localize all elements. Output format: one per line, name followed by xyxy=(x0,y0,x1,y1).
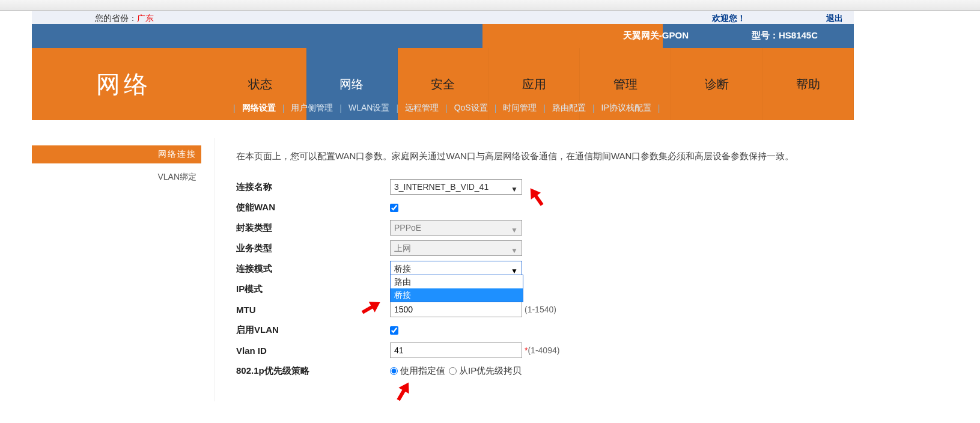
row-cutoff xyxy=(236,381,847,401)
submenu-sep: | xyxy=(233,103,236,113)
sidebar-item-vlan-binding[interactable]: VLAN绑定 xyxy=(32,167,201,187)
input-mtu[interactable] xyxy=(390,302,522,317)
submenu-time[interactable]: 时间管理 xyxy=(503,103,537,114)
select-service-type-value: 上网 xyxy=(394,243,411,253)
row-enable-vlan: 启用VLAN xyxy=(236,320,847,340)
submenu-sep: | xyxy=(445,103,448,113)
checkbox-enable-wan[interactable] xyxy=(390,204,398,212)
option-route[interactable]: 路由 xyxy=(391,275,523,288)
section-title: 网络 xyxy=(32,48,215,120)
submenu-user-side[interactable]: 用户侧管理 xyxy=(291,103,333,114)
chevron-down-icon: ▼ xyxy=(511,182,518,196)
label-conn-name: 连接名称 xyxy=(236,181,390,193)
row-conn-name: 连接名称 3_INTERNET_B_VID_41 ▼ xyxy=(236,177,847,197)
welcome-text: 欢迎您！ xyxy=(712,13,746,24)
province-label: 您的省份： xyxy=(95,13,137,23)
submenu-wlan[interactable]: WLAN设置 xyxy=(348,103,389,114)
logout-link[interactable]: 退出 xyxy=(826,13,843,24)
hint-mtu: (1-1540) xyxy=(525,305,556,314)
label-vlan-id: Vlan ID xyxy=(236,345,390,356)
model-block: 型号：HS8145C xyxy=(752,30,818,41)
row-mtu: MTU (1-1540) xyxy=(236,299,847,320)
top-info-bar: 您的省份：广东 欢迎您！ 退出 xyxy=(32,11,854,24)
radio-dot1p-specified-label: 使用指定值 xyxy=(400,365,445,377)
select-encap-type-value: PPPoE xyxy=(394,223,421,233)
tab-diagnosis[interactable]: 诊断 xyxy=(671,48,762,120)
chevron-down-icon: ▼ xyxy=(511,223,518,237)
product-name: 天翼网关-GPON xyxy=(623,30,689,41)
submenu-sep: | xyxy=(658,103,660,113)
content-panel: 在本页面上，您可以配置WAN口参数。家庭网关通过WAN口与高层网络设备通信，在通… xyxy=(215,138,854,401)
submenu-sep: | xyxy=(543,103,546,113)
browser-chrome-bar xyxy=(0,0,980,11)
select-service-type[interactable]: 上网 ▼ xyxy=(390,240,522,256)
hint-vlan-id: *(1-4094) xyxy=(525,345,559,355)
dropdown-conn-mode: 路由 桥接 xyxy=(390,275,523,302)
option-bridge[interactable]: 桥接 xyxy=(391,288,523,302)
label-conn-mode: 连接模式 xyxy=(236,263,390,275)
submenu-sep: | xyxy=(396,103,398,113)
row-ip-mode: IP模式 xyxy=(236,279,847,299)
label-ip-mode: IP模式 xyxy=(236,284,390,295)
row-enable-wan: 使能WAN xyxy=(236,197,847,218)
sidebar: 网络连接 VLAN绑定 xyxy=(32,120,201,401)
label-encap-type: 封装类型 xyxy=(236,222,390,234)
tab-help[interactable]: 帮助 xyxy=(762,48,854,120)
model-label: 型号： xyxy=(752,30,779,40)
submenu-sep: | xyxy=(282,103,285,113)
label-mtu: MTU xyxy=(236,305,390,315)
row-conn-mode: 连接模式 桥接 ▼ 路由 桥接 xyxy=(236,258,847,279)
province-block: 您的省份：广东 xyxy=(95,13,154,24)
select-conn-mode-value: 桥接 xyxy=(394,264,411,273)
model-value: HS8145C xyxy=(779,30,818,40)
input-vlan-id[interactable] xyxy=(390,342,522,358)
submenu-network-settings[interactable]: 网络设置 xyxy=(242,103,276,114)
submenu-sep: | xyxy=(339,103,342,113)
submenu-sep: | xyxy=(495,103,497,113)
submenu-route[interactable]: 路由配置 xyxy=(552,103,586,114)
row-dot1p: 802.1p优先级策略 使用指定值 从IP优先级拷贝 xyxy=(236,361,847,381)
label-service-type: 业务类型 xyxy=(236,243,390,254)
submenu-remote[interactable]: 远程管理 xyxy=(405,103,439,114)
row-encap-type: 封装类型 PPPoE ▼ xyxy=(236,218,847,238)
checkbox-enable-vlan[interactable] xyxy=(390,326,398,335)
radio-dot1p-copyip[interactable] xyxy=(449,367,457,375)
label-dot1p: 802.1p优先级策略 xyxy=(236,365,390,377)
select-conn-name-value: 3_INTERNET_B_VID_41 xyxy=(394,182,488,192)
province-value: 广东 xyxy=(137,13,154,23)
radio-dot1p-copyip-wrap[interactable]: 从IP优先级拷贝 xyxy=(449,365,522,377)
submenu-sep: | xyxy=(592,103,595,113)
label-enable-wan: 使能WAN xyxy=(236,202,390,213)
page-description: 在本页面上，您可以配置WAN口参数。家庭网关通过WAN口与高层网络设备通信，在通… xyxy=(236,149,847,163)
radio-dot1p-specified[interactable] xyxy=(390,367,398,375)
chevron-down-icon: ▼ xyxy=(511,243,518,258)
row-vlan-id: Vlan ID *(1-4094) xyxy=(236,340,847,361)
label-enable-vlan: 启用VLAN xyxy=(236,324,390,336)
header-band: 天翼网关-GPON 型号：HS8145C xyxy=(32,24,854,48)
annotation-arrow-icon xyxy=(391,380,415,404)
row-service-type: 业务类型 上网 ▼ xyxy=(236,238,847,258)
hint-vlan-id-text: (1-4094) xyxy=(528,345,559,355)
submenu-qos[interactable]: QoS设置 xyxy=(454,103,488,114)
nav-wrap: 网络 状态 网络 安全 应用 管理 诊断 帮助 xyxy=(32,48,854,120)
select-conn-name[interactable]: 3_INTERNET_B_VID_41 ▼ xyxy=(390,179,522,195)
submenu-ipstack[interactable]: IP协议栈配置 xyxy=(601,103,651,114)
radio-dot1p-specified-wrap[interactable]: 使用指定值 xyxy=(390,365,445,377)
sidebar-header-network-connection[interactable]: 网络连接 xyxy=(32,145,201,163)
radio-dot1p-copyip-label: 从IP优先级拷贝 xyxy=(459,365,522,377)
select-encap-type[interactable]: PPPoE ▼ xyxy=(390,220,522,236)
